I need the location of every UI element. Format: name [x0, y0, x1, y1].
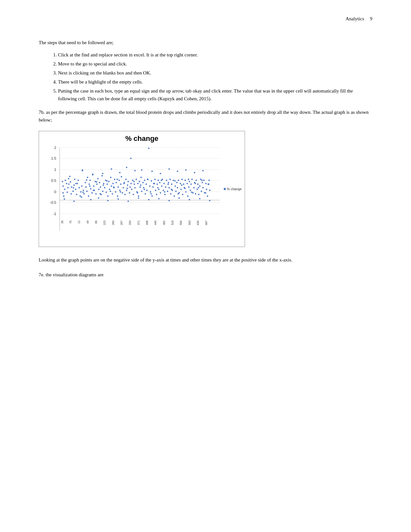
svg-text:223: 223 — [103, 221, 106, 225]
svg-text:◆: ◆ — [88, 194, 90, 197]
svg-text:◆: ◆ — [95, 192, 97, 195]
svg-text:◆: ◆ — [75, 188, 77, 191]
svg-text:556: 556 — [179, 221, 182, 225]
svg-text:◆: ◆ — [82, 169, 83, 172]
svg-text:0.5: 0.5 — [51, 179, 56, 182]
svg-text:◆: ◆ — [90, 187, 92, 190]
svg-text:◆: ◆ — [209, 189, 211, 192]
svg-text:◆: ◆ — [161, 184, 163, 187]
svg-text:◆: ◆ — [117, 197, 119, 200]
svg-text:2: 2 — [54, 146, 56, 150]
svg-text:◆: ◆ — [164, 193, 166, 196]
svg-text:◆: ◆ — [205, 191, 207, 194]
svg-text:◆: ◆ — [99, 181, 101, 184]
svg-text:◆: ◆ — [97, 177, 99, 180]
svg-text:◆: ◆ — [130, 182, 132, 185]
svg-text:◆: ◆ — [106, 179, 108, 182]
svg-text:◆: ◆ — [209, 199, 211, 202]
svg-text:◆: ◆ — [146, 189, 148, 192]
svg-text:◆: ◆ — [108, 180, 110, 183]
svg-text:◆: ◆ — [81, 195, 83, 198]
svg-text:◆: ◆ — [130, 157, 132, 160]
paragraph-looking: Looking at the graph points are on the n… — [39, 256, 372, 264]
svg-text:49: 49 — [86, 221, 89, 224]
header-title: Analytics — [346, 16, 364, 22]
chart-svg: 2 1.5 1 0.5 0 -0.5 -1 38 75 12 49 86 — [42, 144, 241, 239]
svg-text:◆: ◆ — [122, 191, 123, 194]
svg-text:◆: ◆ — [206, 188, 208, 191]
svg-text:1.5: 1.5 — [51, 156, 56, 160]
svg-text:◆: ◆ — [129, 191, 131, 194]
svg-text:260: 260 — [112, 221, 115, 225]
main-content: The steps that need to be followed are; … — [39, 39, 372, 279]
svg-text:◆: ◆ — [77, 179, 79, 182]
svg-text:◆: ◆ — [151, 170, 153, 172]
svg-text:◆: ◆ — [112, 182, 114, 185]
svg-text:◆: ◆ — [153, 182, 155, 185]
svg-text:◆: ◆ — [86, 190, 88, 192]
svg-text:◆: ◆ — [167, 190, 169, 192]
svg-text:◆: ◆ — [137, 191, 139, 194]
svg-text:297: 297 — [120, 221, 123, 225]
svg-text:◆: ◆ — [78, 186, 80, 189]
step-2: Move to the go to special and click. — [58, 60, 372, 68]
svg-text:◆: ◆ — [140, 176, 142, 179]
step-1: Click at the find and replace section in… — [58, 51, 372, 59]
svg-text:◆: ◆ — [181, 183, 183, 186]
svg-text:◆: ◆ — [152, 185, 154, 188]
svg-text:◆: ◆ — [190, 182, 192, 185]
svg-text:◆: ◆ — [141, 168, 143, 171]
page-header: Analytics 9 — [346, 16, 372, 22]
svg-text:◆: ◆ — [170, 192, 172, 195]
svg-text:◆: ◆ — [66, 191, 68, 193]
svg-text:◆: ◆ — [126, 166, 128, 169]
svg-text:◆: ◆ — [85, 185, 87, 188]
svg-text:◆: ◆ — [138, 196, 140, 199]
svg-text:◆: ◆ — [141, 190, 143, 192]
svg-text:◆: ◆ — [126, 187, 128, 190]
svg-text:◆: ◆ — [139, 180, 141, 183]
svg-text:◆: ◆ — [117, 185, 119, 188]
svg-text:◆: ◆ — [199, 197, 201, 200]
svg-text:482: 482 — [162, 221, 166, 225]
svg-text:◆: ◆ — [195, 179, 197, 182]
svg-text:12: 12 — [77, 221, 81, 224]
svg-text:◆: ◆ — [111, 167, 113, 170]
svg-text:◆: ◆ — [102, 190, 104, 192]
svg-text:◆: ◆ — [143, 188, 145, 191]
svg-text:◆: ◆ — [134, 186, 136, 189]
svg-text:◆: ◆ — [76, 182, 78, 185]
svg-text:◆: ◆ — [81, 184, 83, 187]
svg-text:-1: -1 — [53, 212, 56, 216]
svg-text:◆: ◆ — [173, 194, 175, 197]
svg-text:◆: ◆ — [178, 179, 180, 182]
svg-text:◆: ◆ — [145, 182, 147, 185]
svg-text:◆: ◆ — [188, 185, 190, 188]
svg-text:◆: ◆ — [93, 184, 95, 187]
svg-text:◆: ◆ — [171, 182, 173, 185]
svg-text:◆: ◆ — [98, 196, 100, 199]
svg-text:◆: ◆ — [67, 186, 69, 189]
svg-text:◆: ◆ — [62, 191, 64, 194]
svg-text:◆: ◆ — [122, 186, 124, 189]
svg-text:◆: ◆ — [149, 184, 151, 187]
steps-list: Click at the find and replace section in… — [58, 51, 372, 103]
svg-text:◆: ◆ — [76, 193, 78, 196]
svg-text:◆: ◆ — [140, 183, 142, 186]
svg-text:◆: ◆ — [119, 171, 121, 174]
svg-text:◆: ◆ — [165, 185, 167, 188]
svg-text:◆: ◆ — [104, 186, 106, 189]
svg-text:◆: ◆ — [84, 181, 86, 184]
svg-text:◆: ◆ — [106, 182, 108, 185]
svg-text:◆: ◆ — [92, 173, 94, 176]
svg-text:◆: ◆ — [160, 191, 161, 194]
svg-text:◆: ◆ — [131, 188, 133, 191]
svg-text:◆: ◆ — [154, 178, 156, 181]
svg-text:◆: ◆ — [144, 192, 146, 195]
svg-text:◆: ◆ — [115, 190, 117, 193]
svg-text:◆: ◆ — [178, 196, 180, 199]
svg-text:◆: ◆ — [100, 185, 102, 188]
svg-text:◆: ◆ — [110, 176, 112, 179]
svg-text:◆: ◆ — [155, 189, 157, 192]
svg-text:% change: % change — [227, 187, 241, 191]
